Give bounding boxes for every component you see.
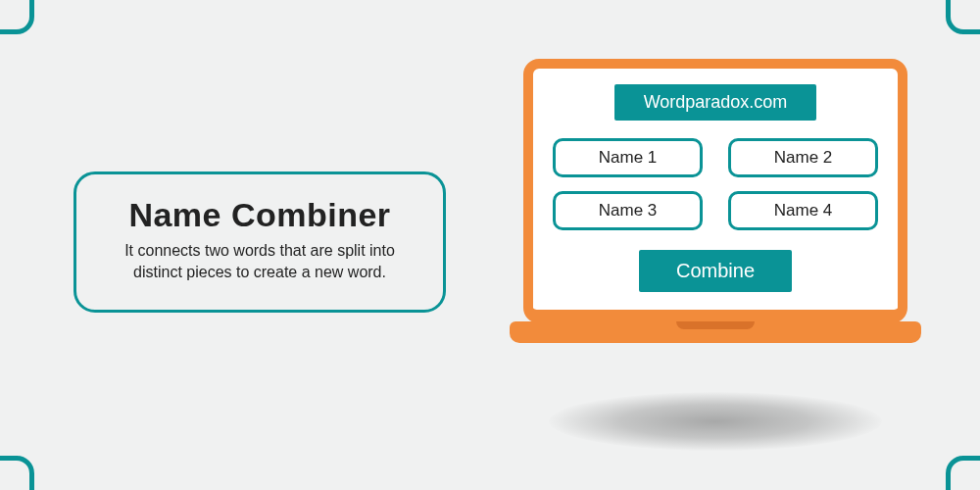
laptop-screen: Wordparadox.com Name 1 Name 2 Name 3 Nam… bbox=[523, 59, 907, 323]
page-description: It connects two words that are split int… bbox=[104, 240, 416, 282]
laptop-illustration: Wordparadox.com Name 1 Name 2 Name 3 Nam… bbox=[510, 59, 921, 343]
name-input-2[interactable]: Name 2 bbox=[728, 138, 878, 177]
corner-accent-tr bbox=[946, 0, 980, 34]
site-banner: Wordparadox.com bbox=[614, 84, 817, 121]
info-card: Name Combiner It connects two words that… bbox=[74, 172, 446, 313]
name-input-grid: Name 1 Name 2 Name 3 Name 4 bbox=[553, 138, 878, 230]
name-input-3[interactable]: Name 3 bbox=[553, 191, 703, 230]
page-title: Name Combiner bbox=[104, 196, 416, 234]
name-input-1[interactable]: Name 1 bbox=[553, 138, 703, 177]
corner-accent-bl bbox=[0, 456, 34, 490]
combine-button[interactable]: Combine bbox=[639, 250, 792, 292]
laptop-notch bbox=[676, 321, 755, 329]
corner-accent-br bbox=[946, 456, 980, 490]
name-input-4[interactable]: Name 4 bbox=[728, 191, 878, 230]
corner-accent-tl bbox=[0, 0, 34, 34]
laptop-shadow bbox=[549, 392, 882, 451]
laptop-base bbox=[510, 321, 921, 343]
